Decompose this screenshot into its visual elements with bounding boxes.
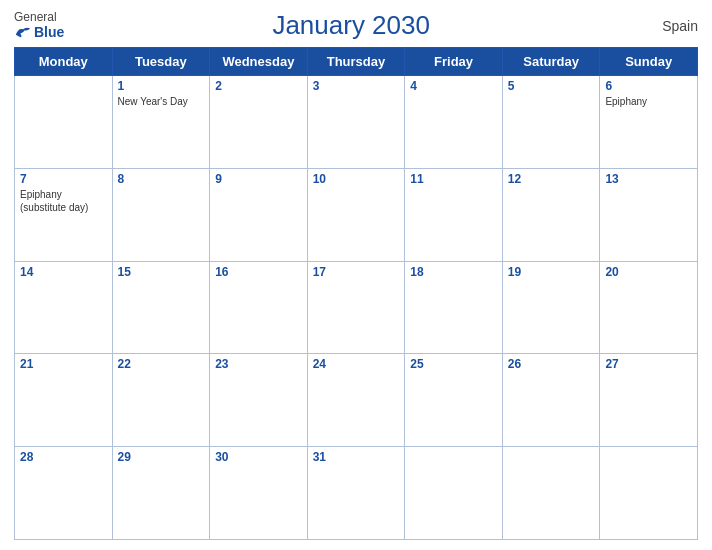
calendar-cell — [15, 76, 113, 169]
weekday-wednesday: Wednesday — [210, 48, 308, 76]
weekday-friday: Friday — [405, 48, 503, 76]
day-number: 4 — [410, 79, 497, 93]
calendar-week-3: 14151617181920 — [15, 261, 698, 354]
day-number: 2 — [215, 79, 302, 93]
day-number: 29 — [118, 450, 205, 464]
calendar-cell: 11 — [405, 168, 503, 261]
country-label: Spain — [638, 18, 698, 34]
weekday-saturday: Saturday — [502, 48, 600, 76]
day-number: 18 — [410, 265, 497, 279]
weekday-header-row: MondayTuesdayWednesdayThursdayFridaySatu… — [15, 48, 698, 76]
logo: General Blue — [14, 11, 64, 40]
calendar-cell: 29 — [112, 447, 210, 540]
calendar-cell: 1New Year's Day — [112, 76, 210, 169]
logo-bird-icon — [14, 25, 32, 39]
calendar-cell: 19 — [502, 261, 600, 354]
day-number: 1 — [118, 79, 205, 93]
calendar-cell: 21 — [15, 354, 113, 447]
calendar-cell: 16 — [210, 261, 308, 354]
weekday-thursday: Thursday — [307, 48, 405, 76]
calendar-week-1: 1New Year's Day23456Epiphany — [15, 76, 698, 169]
day-number: 27 — [605, 357, 692, 371]
calendar-cell: 27 — [600, 354, 698, 447]
calendar-week-5: 28293031 — [15, 447, 698, 540]
calendar-cell: 3 — [307, 76, 405, 169]
day-number: 16 — [215, 265, 302, 279]
calendar-title: January 2030 — [64, 10, 638, 41]
day-number: 9 — [215, 172, 302, 186]
day-number: 20 — [605, 265, 692, 279]
calendar-cell: 4 — [405, 76, 503, 169]
holiday-label: New Year's Day — [118, 95, 205, 108]
day-number: 31 — [313, 450, 400, 464]
day-number: 14 — [20, 265, 107, 279]
logo-general-text: General — [14, 11, 57, 24]
calendar-cell: 22 — [112, 354, 210, 447]
day-number: 24 — [313, 357, 400, 371]
day-number: 25 — [410, 357, 497, 371]
calendar-cell: 10 — [307, 168, 405, 261]
day-number: 19 — [508, 265, 595, 279]
holiday-label: Epiphany — [605, 95, 692, 108]
calendar-cell: 18 — [405, 261, 503, 354]
holiday-label: Epiphany (substitute day) — [20, 188, 107, 214]
calendar-cell: 13 — [600, 168, 698, 261]
calendar-cell: 24 — [307, 354, 405, 447]
calendar-cell: 25 — [405, 354, 503, 447]
logo-blue-container: Blue — [14, 24, 64, 40]
calendar-cell — [502, 447, 600, 540]
calendar-cell: 26 — [502, 354, 600, 447]
calendar-week-4: 21222324252627 — [15, 354, 698, 447]
day-number: 17 — [313, 265, 400, 279]
day-number: 6 — [605, 79, 692, 93]
day-number: 22 — [118, 357, 205, 371]
day-number: 28 — [20, 450, 107, 464]
calendar-cell: 28 — [15, 447, 113, 540]
day-number: 3 — [313, 79, 400, 93]
day-number: 12 — [508, 172, 595, 186]
day-number: 30 — [215, 450, 302, 464]
day-number: 26 — [508, 357, 595, 371]
calendar-week-2: 7Epiphany (substitute day)8910111213 — [15, 168, 698, 261]
day-number: 13 — [605, 172, 692, 186]
calendar-cell: 2 — [210, 76, 308, 169]
day-number: 15 — [118, 265, 205, 279]
calendar-cell: 9 — [210, 168, 308, 261]
calendar-cell: 17 — [307, 261, 405, 354]
calendar-cell: 12 — [502, 168, 600, 261]
day-number: 5 — [508, 79, 595, 93]
day-number: 21 — [20, 357, 107, 371]
calendar-cell: 15 — [112, 261, 210, 354]
calendar-cell: 5 — [502, 76, 600, 169]
calendar-cell: 30 — [210, 447, 308, 540]
weekday-sunday: Sunday — [600, 48, 698, 76]
day-number: 23 — [215, 357, 302, 371]
weekday-tuesday: Tuesday — [112, 48, 210, 76]
calendar-cell: 31 — [307, 447, 405, 540]
calendar-cell — [405, 447, 503, 540]
calendar-cell: 7Epiphany (substitute day) — [15, 168, 113, 261]
calendar-cell: 8 — [112, 168, 210, 261]
weekday-monday: Monday — [15, 48, 113, 76]
calendar-table: MondayTuesdayWednesdayThursdayFridaySatu… — [14, 47, 698, 540]
calendar-cell — [600, 447, 698, 540]
day-number: 11 — [410, 172, 497, 186]
logo-blue-text: Blue — [34, 24, 64, 40]
day-number: 7 — [20, 172, 107, 186]
calendar-cell: 20 — [600, 261, 698, 354]
calendar-header: General Blue January 2030 Spain — [14, 10, 698, 41]
day-number: 8 — [118, 172, 205, 186]
calendar-cell: 14 — [15, 261, 113, 354]
calendar-cell: 23 — [210, 354, 308, 447]
day-number: 10 — [313, 172, 400, 186]
calendar-cell: 6Epiphany — [600, 76, 698, 169]
